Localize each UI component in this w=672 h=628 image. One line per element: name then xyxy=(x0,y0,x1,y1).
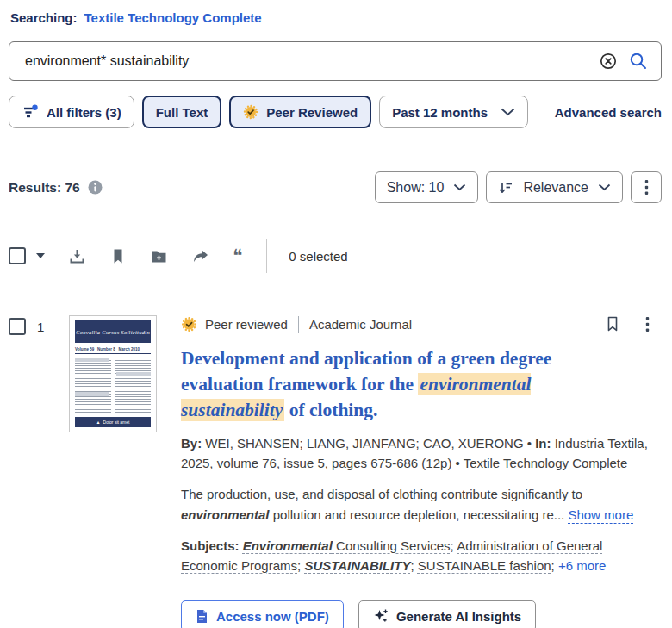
cover-section-header xyxy=(116,372,151,376)
search-submit-button[interactable] xyxy=(628,51,649,72)
cover-logo-triangle: ▲ xyxy=(96,420,101,425)
bulk-action-bar: ❝ 0 selected xyxy=(9,239,662,273)
show-per-page-dropdown[interactable]: Show: 10 xyxy=(375,171,479,203)
cover-footer: ▲ Dolor sit amet xyxy=(75,417,151,427)
share-button[interactable] xyxy=(191,248,209,264)
advanced-search-link[interactable]: Advanced search xyxy=(555,105,662,120)
cite-button[interactable]: ❝ xyxy=(233,247,242,264)
active-filters-dot xyxy=(32,104,37,109)
ellipsis: ... xyxy=(554,507,569,522)
sort-label: Relevance xyxy=(523,180,588,196)
filters-bar: All filters (3) Full Text Peer Reviewed … xyxy=(9,96,662,128)
search-input[interactable] xyxy=(23,53,588,70)
subject-link[interactable]: SUSTAINABLE fashion xyxy=(418,558,551,573)
result-body: Peer reviewed Academic Journal xyxy=(181,315,662,628)
selected-count: 0 selected xyxy=(289,249,347,264)
matched-term: environmental xyxy=(181,507,270,522)
peer-reviewed-badge-icon xyxy=(181,316,197,333)
circled-x-icon xyxy=(599,52,618,71)
results-count: Results: 76 xyxy=(9,180,80,196)
search-icon xyxy=(628,51,649,72)
searching-row: Searching: Textile Technology Complete xyxy=(10,10,662,25)
database-link[interactable]: Textile Technology Complete xyxy=(84,10,262,25)
all-filters-button[interactable]: All filters (3) xyxy=(9,96,134,128)
separator: ; xyxy=(410,558,417,573)
access-pdf-button[interactable]: Access now (PDF) xyxy=(181,600,344,628)
result-overflow-menu-button[interactable] xyxy=(645,316,650,333)
download-icon xyxy=(68,247,86,265)
bookmark-outline-icon xyxy=(605,315,620,333)
date-filter-dropdown[interactable]: Past 12 months xyxy=(379,96,528,128)
bookmark-result-button[interactable] xyxy=(605,315,620,333)
results-overflow-menu-button[interactable] xyxy=(631,171,662,203)
peer-reviewed-filter-chip[interactable]: Peer Reviewed xyxy=(229,96,371,128)
cover-journal-title: Convallia Cursus Sollicitudin xyxy=(75,320,151,343)
cover-body xyxy=(75,358,151,413)
all-filters-label: All filters (3) xyxy=(47,105,121,120)
in-label: In: xyxy=(535,436,551,451)
full-text-filter-chip[interactable]: Full Text xyxy=(142,96,222,128)
subject-link[interactable]: SUSTAINABILITY xyxy=(304,558,410,573)
result-select-area: 1 xyxy=(9,315,69,628)
result-checkbox[interactable] xyxy=(9,318,26,335)
generate-ai-insights-button[interactable]: Generate AI Insights xyxy=(358,600,536,628)
title-text: of clothing. xyxy=(284,400,377,420)
separator: ; xyxy=(551,558,558,573)
article-subjects: Subjects: Environmental Consulting Servi… xyxy=(181,536,662,576)
subject-link[interactable]: Environmental xyxy=(243,538,333,553)
subject-link[interactable]: Consulting Services xyxy=(333,538,451,553)
header-divider xyxy=(298,316,299,333)
pdf-file-icon xyxy=(196,609,208,624)
result-item: 1 Convallia Cursus Sollicitudin Volume 5… xyxy=(9,315,662,628)
article-abstract: The production, use, and disposal of clo… xyxy=(181,484,662,525)
bookmark-icon xyxy=(109,247,127,265)
author-link[interactable]: WEI, SHANSEN xyxy=(205,436,299,451)
select-all-caret[interactable] xyxy=(36,253,45,258)
separator: ; xyxy=(300,436,307,451)
search-bar xyxy=(9,41,662,81)
generate-ai-insights-label: Generate AI Insights xyxy=(396,609,521,624)
journal-cover-thumbnail[interactable]: Convallia Cursus Sollicitudin Volume 59 … xyxy=(69,315,157,432)
cover-footer-text: Dolor sit amet xyxy=(103,420,130,425)
cover-section-header xyxy=(75,392,109,396)
article-byline: By: WEI, SHANSEN; LIANG, JIANFANG; CAO, … xyxy=(181,434,662,473)
access-pdf-label: Access now (PDF) xyxy=(216,609,329,624)
author-link[interactable]: LIANG, JIANFANG xyxy=(307,436,416,451)
peer-reviewed-text: Peer reviewed xyxy=(205,317,288,332)
searching-label: Searching: xyxy=(10,10,78,25)
separator: ; xyxy=(416,436,423,451)
show-more-link[interactable]: Show more xyxy=(568,507,633,522)
clear-search-button[interactable] xyxy=(599,52,618,71)
separator: ; xyxy=(451,538,457,553)
search-results-page: Searching: Textile Technology Complete xyxy=(0,0,672,628)
subjects-label: Subjects: xyxy=(181,538,243,553)
download-button[interactable] xyxy=(68,247,86,265)
results-bar: Results: 76 Show: 10 xyxy=(9,171,662,203)
cover-text-column xyxy=(115,358,152,413)
ai-sparkle-icon xyxy=(373,608,389,624)
chevron-down-icon xyxy=(501,108,515,116)
result-actions: Access now (PDF) Generate AI Insights xyxy=(181,600,662,628)
select-all-checkbox[interactable] xyxy=(9,247,26,264)
info-icon xyxy=(87,179,103,196)
source-type: Academic Journal xyxy=(309,317,412,332)
kebab-menu-icon xyxy=(644,179,649,196)
author-link[interactable]: CAO, XUERONG xyxy=(423,436,524,451)
quote-icon: ❝ xyxy=(233,247,242,264)
date-filter-label: Past 12 months xyxy=(392,105,488,120)
chevron-down-icon xyxy=(598,183,611,191)
verified-seal-icon xyxy=(243,104,258,120)
by-label: By: xyxy=(181,436,205,451)
result-number: 1 xyxy=(37,318,44,628)
result-header-actions xyxy=(605,315,662,333)
bookmark-all-button[interactable] xyxy=(109,247,127,265)
sort-icon xyxy=(498,180,513,196)
folder-plus-icon xyxy=(150,248,168,264)
article-title-link[interactable]: Development and application of a green d… xyxy=(181,345,612,423)
peer-reviewed-label: Peer Reviewed xyxy=(266,105,358,120)
results-info-button[interactable] xyxy=(87,179,103,196)
more-subjects-link[interactable]: +6 more xyxy=(558,558,606,573)
sort-dropdown[interactable]: Relevance xyxy=(486,171,623,203)
add-to-project-button[interactable] xyxy=(150,248,168,264)
cover-section-header xyxy=(75,358,109,362)
